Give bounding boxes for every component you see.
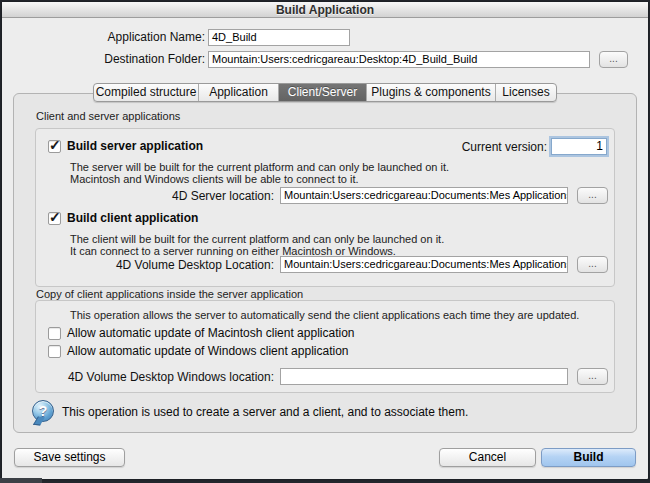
copy-desc: This operation allows the server to auto… [70, 309, 579, 321]
section-title-client-server: Client and server applications [36, 110, 180, 122]
tab-compiled-structure[interactable]: Compiled structure [94, 84, 198, 101]
allow-win-update-checkbox[interactable] [48, 345, 61, 358]
server-location-browse-button[interactable]: ... [577, 187, 608, 204]
window-title: Build Application [2, 2, 648, 18]
volume-desktop-browse-button[interactable]: ... [577, 256, 608, 273]
tab-bar: Compiled structure Application Client/Se… [93, 83, 557, 102]
tab-application[interactable]: Application [198, 84, 278, 101]
server-location-label: 4D Server location: [62, 188, 274, 205]
tab-plugins-components[interactable]: Plugins & components [366, 84, 495, 101]
help-text: This operation is used to create a serve… [62, 405, 468, 419]
build-button[interactable]: Build [541, 448, 636, 467]
destination-folder-label: Destination Folder: [2, 51, 205, 68]
section-title-copy: Copy of client applications inside the s… [36, 288, 303, 300]
server-location-input[interactable]: Mountain:Users:cedricgareau:Documents:Me… [280, 187, 568, 204]
background-strip [0, 478, 42, 483]
build-server-desc-line2: Macintosh and Windows clients will be ab… [70, 173, 359, 185]
windows-location-input[interactable] [280, 368, 568, 385]
build-server-label[interactable]: Build server application [67, 139, 203, 153]
build-client-desc-line1: The client will be built for the current… [70, 233, 444, 245]
help-icon [32, 400, 54, 422]
build-client-label[interactable]: Build client application [67, 211, 198, 225]
application-name-input[interactable]: 4D_Build [208, 29, 350, 46]
build-server-desc-line1: The server will be built for the current… [70, 161, 449, 173]
tab-licenses[interactable]: Licenses [495, 84, 556, 101]
build-application-dialog: Build Application Application Name: 4D_B… [2, 2, 648, 479]
application-name-label: Application Name: [2, 29, 205, 46]
current-version-input[interactable]: 1 [551, 138, 607, 155]
windows-location-label: 4D Volume Desktop Windows location: [42, 369, 274, 386]
destination-folder-input[interactable]: Mountain:Users:cedricgareau:Desktop:4D_B… [208, 51, 590, 68]
volume-desktop-location-label: 4D Volume Desktop Location: [42, 257, 274, 274]
cancel-button[interactable]: Cancel [439, 448, 536, 467]
current-version-label: Current version: [402, 139, 547, 156]
save-settings-button[interactable]: Save settings [14, 448, 125, 467]
allow-mac-update-label[interactable]: Allow automatic update of Macintosh clie… [67, 326, 355, 340]
build-server-checkbox[interactable] [48, 140, 61, 153]
tab-client-server[interactable]: Client/Server [278, 84, 366, 101]
allow-mac-update-checkbox[interactable] [48, 327, 61, 340]
destination-folder-browse-button[interactable]: ... [599, 51, 628, 68]
allow-win-update-label[interactable]: Allow automatic update of Windows client… [67, 344, 348, 358]
volume-desktop-location-input[interactable]: Mountain:Users:cedricgareau:Documents:Me… [280, 256, 568, 273]
windows-location-browse-button[interactable]: ... [577, 368, 608, 385]
build-client-checkbox[interactable] [48, 212, 61, 225]
